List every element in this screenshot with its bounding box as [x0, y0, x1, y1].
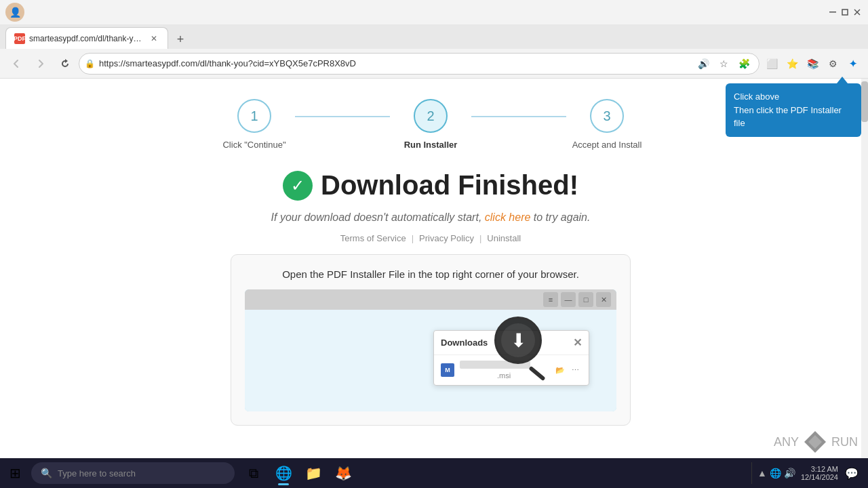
network-icon[interactable]: 🌐	[770, 468, 781, 479]
step-1-number: 1	[250, 108, 258, 124]
address-icons: 🔊 ☆ 🧩	[694, 54, 753, 73]
edge-app[interactable]: 🌐	[270, 460, 297, 487]
step-2-number: 2	[427, 108, 434, 124]
edge-icon: 🌐	[275, 465, 292, 481]
firefox-app[interactable]: 🦊	[330, 460, 357, 487]
mock-browser-toolbar: ≡ — □ ✕	[245, 289, 616, 310]
start-button[interactable]: ⊞	[0, 458, 30, 488]
window-controls: 👤	[5, 3, 24, 22]
mock-close-icon: ✕	[596, 292, 611, 307]
show-hidden-icons[interactable]: ▲	[757, 468, 767, 479]
taskbar-search[interactable]: 🔍 Type here to search	[31, 462, 235, 484]
steps-row: 1 Click "Continue" 2 Run Installer 3 Acc…	[214, 99, 648, 150]
magnify-overlay: ⬇	[494, 317, 542, 364]
mock-menu-icon-1: ≡	[543, 292, 558, 307]
refresh-button[interactable]	[54, 53, 76, 75]
msi-file-icon: M	[441, 363, 454, 377]
restore-button[interactable]	[840, 7, 850, 18]
url-input[interactable]	[99, 58, 690, 68]
collections2-button[interactable]: 📚	[803, 54, 822, 73]
links-row: Terms of Service | Privacy Policy | Unin…	[0, 233, 861, 243]
dropdown-title: Downloads	[441, 338, 488, 348]
browser-chrome: 👤 PDF smarteasypdf.com/dl/thank-you... ✕…	[0, 0, 868, 79]
svg-rect-0	[829, 12, 836, 13]
uninstall-link[interactable]: Uninstall	[487, 233, 521, 243]
system-tray: ▲ 🌐 🔊 3:12 AM 12/14/2024 💬	[751, 462, 868, 484]
forward-button[interactable]	[30, 53, 52, 75]
step-2: 2 Run Installer	[390, 99, 471, 150]
step-connector-1	[295, 116, 390, 117]
privacy-link[interactable]: Privacy Policy	[419, 233, 474, 243]
new-tab-button[interactable]: +	[171, 30, 190, 49]
page-content: 1 Click "Continue" 2 Run Installer 3 Acc…	[0, 79, 861, 472]
system-clock[interactable]: 3:12 AM 12/14/2024	[801, 465, 838, 481]
tab-bar: PDF smarteasypdf.com/dl/thank-you... ✕ +	[0, 24, 868, 49]
split-screen-button[interactable]: ⬜	[762, 54, 781, 73]
file-action-buttons: 📂 ⋯	[553, 363, 582, 377]
mock-restore-icon: □	[578, 292, 593, 307]
download-subtitle: If your download doesn't automatically s…	[0, 211, 861, 224]
task-view-icon: ⧉	[249, 466, 258, 481]
subtitle-before: If your download doesn't automatically s…	[271, 211, 482, 223]
step-3-label: Accept and Install	[572, 140, 642, 150]
step-1-circle: 1	[237, 99, 271, 133]
step-2-label: Run Installer	[404, 140, 458, 150]
step-connector-2	[471, 116, 566, 117]
subtitle-after: to try again.	[534, 211, 591, 223]
clock-time: 3:12 AM	[811, 465, 838, 473]
clock-date: 12/14/2024	[801, 473, 838, 481]
instruction-box: Open the PDF Installer File in the top r…	[231, 254, 631, 426]
main-content: ✓ Download Finished! If your download do…	[0, 163, 861, 439]
tab-title: smarteasypdf.com/dl/thank-you...	[29, 34, 144, 43]
step-3-number: 3	[603, 108, 610, 124]
settings-button[interactable]: ⚙	[823, 54, 842, 73]
task-view-button[interactable]: ⧉	[240, 460, 267, 487]
collections-button[interactable]: ⭐	[783, 54, 802, 73]
tooltip-box: Click above Then click the PDF Installer…	[726, 83, 861, 137]
tab-close-button[interactable]: ✕	[149, 33, 159, 44]
magnify-inner: ⬇	[501, 323, 535, 357]
favorites-button[interactable]: ☆	[714, 54, 733, 73]
nav-bar: 🔒 🔊 ☆ 🧩 ⬜ ⭐ 📚 ⚙ ✦	[0, 49, 868, 79]
scroll-thumb[interactable]	[861, 81, 868, 122]
more-options-button[interactable]: ⋯	[568, 363, 582, 377]
taskbar-search-icon: 🔍	[41, 468, 52, 479]
instruction-text: Open the PDF Installer File in the top r…	[245, 268, 616, 280]
windows-icon: ⊞	[9, 465, 21, 481]
dropdown-close-button[interactable]: ✕	[573, 336, 582, 349]
copilot-button[interactable]: ✦	[844, 54, 863, 73]
tooltip-line2: Then click the PDF Installer file	[734, 105, 842, 129]
open-file-button[interactable]: 📂	[553, 363, 567, 377]
address-bar[interactable]: 🔒 🔊 ☆ 🧩	[79, 53, 760, 75]
read-aloud-button[interactable]: 🔊	[694, 54, 713, 73]
magnify-glass: ⬇	[494, 317, 542, 364]
step-1: 1 Click "Continue"	[214, 99, 295, 150]
title-bar: 👤	[0, 0, 868, 24]
minimize-button[interactable]	[827, 7, 838, 18]
file-explorer-icon: 📁	[305, 465, 322, 481]
download-heading: Download Finished!	[321, 170, 578, 201]
mock-browser-body: Downloads ✕ M .msi 📂 ⋯	[245, 310, 616, 411]
security-icon: 🔒	[85, 59, 95, 68]
back-button[interactable]	[5, 53, 27, 75]
separator-2: |	[479, 233, 481, 243]
retry-link[interactable]: click here	[485, 211, 531, 223]
svg-rect-1	[842, 9, 848, 15]
file-explorer-app[interactable]: 📁	[300, 460, 327, 487]
terms-link[interactable]: Terms of Service	[340, 233, 406, 243]
notifications-button[interactable]: 💬	[841, 462, 863, 484]
scrollbar[interactable]	[861, 79, 868, 472]
check-icon: ✓	[283, 171, 313, 201]
anyrun-text: ANY	[774, 435, 799, 449]
active-tab[interactable]: PDF smarteasypdf.com/dl/thank-you... ✕	[5, 27, 168, 49]
mock-minimize-icon: —	[561, 292, 576, 307]
volume-icon[interactable]: 🔊	[784, 468, 795, 479]
taskbar-search-text: Type here to search	[58, 468, 136, 479]
browser-extensions-button[interactable]: 🧩	[734, 54, 753, 73]
taskbar: ⊞ 🔍 Type here to search ⧉ 🌐 📁 🦊 ▲ 🌐 🔊 3:…	[0, 458, 868, 488]
anyrun-watermark: ANY RUN	[774, 430, 858, 454]
close-button[interactable]	[852, 7, 863, 18]
profile-icon[interactable]: 👤	[5, 3, 24, 22]
nav-right-icons: ⬜ ⭐ 📚 ⚙ ✦	[762, 54, 863, 73]
separator-1: |	[412, 233, 414, 243]
